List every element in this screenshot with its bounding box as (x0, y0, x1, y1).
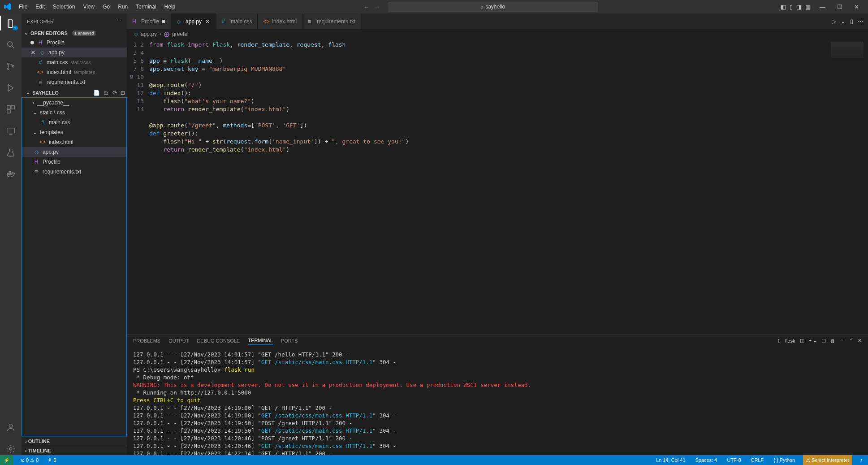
open-editor-item[interactable]: #main.css static\css (22, 57, 127, 67)
activity-bar: 1 (0, 13, 22, 455)
nav-back-icon[interactable]: ← (362, 2, 371, 12)
panel-tab-ports[interactable]: PORTS (281, 338, 298, 345)
open-editors-header[interactable]: ⌄ OPEN EDITORS 1 unsaved (22, 29, 127, 37)
accounts-icon[interactable] (4, 421, 17, 434)
search-icon-activity[interactable] (4, 39, 17, 51)
minimize-icon[interactable]: — (817, 2, 828, 12)
run-icon[interactable]: ▷ (832, 18, 836, 25)
open-editor-item[interactable]: ✕◇app.py (22, 48, 127, 57)
status-item[interactable]: Ln 14, Col 41 (654, 457, 687, 463)
folder-item[interactable]: ⌄templates (22, 127, 126, 137)
more-icon[interactable]: ⋯ (858, 18, 864, 25)
menu-run[interactable]: Run (114, 2, 131, 12)
close-icon[interactable]: ✕ (851, 2, 862, 12)
collapse-icon[interactable]: ⊟ (121, 90, 125, 96)
source-control-icon[interactable] (4, 60, 17, 73)
more-icon[interactable]: ⋯ (840, 338, 845, 345)
timeline-header[interactable]: › TIMELINE (22, 446, 127, 455)
tab-index-html[interactable]: <>index.html (258, 13, 302, 29)
file-item[interactable]: ≡requirements.txt (22, 167, 126, 177)
run-debug-icon[interactable] (4, 82, 17, 94)
explorer-icon[interactable]: 1 (4, 17, 17, 30)
file-name: static \ css (40, 109, 65, 116)
file-item[interactable]: HProcfile (22, 157, 126, 167)
menu-terminal[interactable]: Terminal (132, 2, 160, 12)
code-editor[interactable]: from flask import Flask, render_template… (149, 39, 828, 334)
close-tab-icon[interactable]: ✕ (204, 18, 211, 25)
new-terminal-icon[interactable]: + ⌄ (809, 338, 817, 345)
status-item[interactable]: { } Python (772, 457, 797, 463)
settings-gear-icon[interactable] (4, 443, 17, 455)
split-editor-icon[interactable]: ▯ (850, 18, 853, 25)
project-header[interactable]: ⌄ SAYHELLO (23, 89, 60, 96)
maximize-panel-icon[interactable]: ▢ (821, 338, 826, 345)
menu-selection[interactable]: Selection (49, 2, 78, 12)
terminal-name[interactable]: flask (785, 338, 795, 345)
menu-go[interactable]: Go (99, 2, 113, 12)
panel-tab-terminal[interactable]: TERMINAL (248, 338, 273, 345)
notifications-icon[interactable]: ♪ (859, 457, 865, 463)
nav-forward-icon[interactable]: → (373, 2, 382, 12)
customize-layout-icon[interactable]: ▦ (805, 4, 811, 10)
open-editor-item[interactable]: HProcfile (22, 38, 127, 48)
file-type-icon: ≡ (33, 169, 40, 175)
new-file-icon[interactable]: 📄 (93, 90, 100, 96)
extensions-icon[interactable] (4, 103, 17, 116)
svg-rect-6 (7, 110, 10, 113)
close-panel-icon[interactable]: ✕ (858, 338, 862, 345)
remote-indicator[interactable]: ⚡ (0, 455, 13, 465)
line-numbers: 1 2 3 4 5 6 7 8 9 10 11 12 13 14 (127, 39, 149, 334)
kill-terminal-icon[interactable]: 🗑 (830, 338, 835, 345)
project-label: SAYHELLO (32, 90, 59, 96)
chevron-up-icon[interactable]: ⌃ (849, 338, 853, 345)
docker-icon[interactable] (4, 168, 17, 180)
tab-main-css[interactable]: #main.css (216, 13, 258, 29)
outline-header[interactable]: › OUTLINE (22, 436, 127, 446)
split-terminal-icon[interactable]: ◫ (800, 338, 804, 345)
explorer-more-icon[interactable]: ⋯ (117, 18, 121, 24)
menu-edit[interactable]: Edit (32, 2, 48, 12)
file-type-icon: H (132, 18, 138, 25)
refresh-icon[interactable]: ⟳ (112, 90, 117, 96)
testing-icon[interactable] (4, 146, 17, 159)
status-item[interactable]: Spaces: 4 (694, 457, 719, 463)
maximize-icon[interactable]: ☐ (834, 2, 845, 12)
file-item[interactable]: <>index.html (22, 137, 126, 147)
status-item[interactable]: ⚘ 0 (46, 457, 58, 463)
panel-tab-debug-console[interactable]: DEBUG CONSOLE (197, 338, 240, 345)
folder-item[interactable]: ⌄static \ css (22, 108, 126, 117)
file-item[interactable]: ◇app.py (22, 147, 126, 157)
command-center-search[interactable]: ⌕ sayhello (388, 2, 598, 12)
status-item[interactable]: ⊘ 0 ⚠ 0 (19, 457, 40, 463)
folder-item[interactable]: ›__pycache__ (22, 98, 126, 108)
panel-tab-problems[interactable]: PROBLEMS (133, 338, 160, 345)
status-item[interactable]: CRLF (749, 457, 766, 463)
run-menu-icon[interactable]: ⌄ (841, 18, 846, 25)
open-editor-item[interactable]: ≡requirements.txt (22, 77, 127, 87)
svg-rect-9 (9, 173, 10, 174)
menu-help[interactable]: Help (161, 2, 179, 12)
select-interpreter-warning[interactable]: ⚠ Select Interpreter (803, 455, 852, 465)
toggle-panel-bottom-icon[interactable]: ▯ (790, 4, 793, 10)
svg-rect-4 (7, 106, 10, 109)
terminal-output[interactable]: 127.0.0.1 - - [27/Nov/2023 14:01:57] "GE… (127, 348, 868, 455)
panel-tab-output[interactable]: OUTPUT (168, 338, 189, 345)
open-editor-item[interactable]: <>index.html templates (22, 67, 127, 77)
menu-file[interactable]: File (15, 2, 31, 12)
minimap[interactable] (828, 39, 868, 334)
tab-Procfile[interactable]: HProcfile (127, 13, 171, 29)
main-area: 1 EXPLORER ⋯ ⌄ OPEN EDITORS 1 unsaved HP… (0, 13, 868, 455)
toggle-panel-left-icon[interactable]: ◧ (781, 4, 786, 10)
status-item[interactable]: UTF-8 (725, 457, 743, 463)
breadcrumbs[interactable]: ◇ app.py › ⨁ greeter (127, 29, 868, 39)
remote-icon[interactable] (4, 125, 17, 137)
new-folder-icon[interactable]: 🗀 (104, 90, 109, 96)
svg-point-2 (8, 68, 9, 70)
menu-view[interactable]: View (79, 2, 98, 12)
svg-point-13 (9, 448, 12, 450)
tab-requirements-txt[interactable]: ≡requirements.txt (302, 13, 361, 29)
tab-app-py[interactable]: ◇app.py✕ (171, 13, 216, 29)
toggle-panel-right-icon[interactable]: ◨ (796, 4, 802, 10)
file-item[interactable]: #main.css (22, 117, 126, 127)
close-icon[interactable]: ✕ (30, 49, 36, 56)
